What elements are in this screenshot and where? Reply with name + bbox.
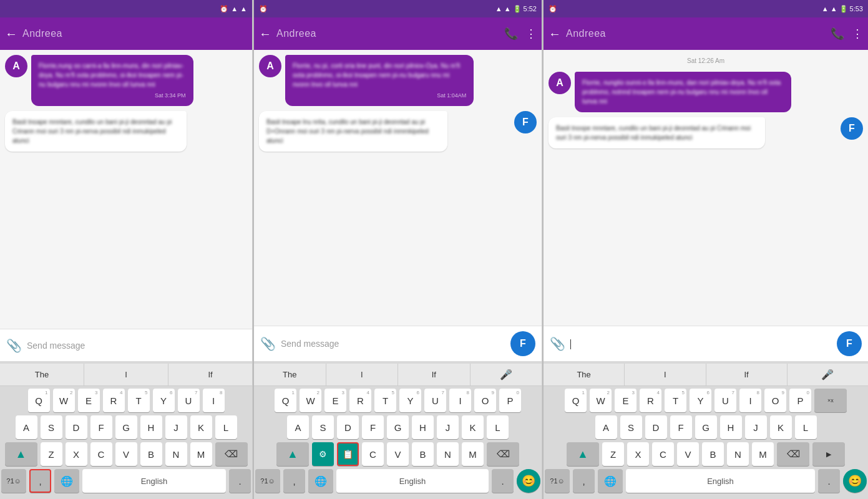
attach-icon-3[interactable]: 📎: [550, 336, 565, 351]
key-h-3[interactable]: H: [720, 415, 742, 439]
key-y-3[interactable]: 6Y: [690, 389, 711, 412]
key-i-2[interactable]: 8I: [449, 389, 471, 412]
back-button-2[interactable]: ←: [259, 27, 271, 41]
key-u-2[interactable]: 7U: [424, 389, 446, 412]
key-w-2[interactable]: 2W: [300, 389, 321, 412]
key-shift-1[interactable]: ▲: [5, 442, 37, 466]
key-m-3[interactable]: M: [752, 442, 774, 466]
key-u-1[interactable]: 7U: [178, 389, 200, 412]
key-k-3[interactable]: K: [770, 415, 792, 439]
key-v-1[interactable]: V: [115, 442, 137, 466]
key-r-3[interactable]: 4R: [640, 389, 661, 412]
key-m-2[interactable]: M: [462, 442, 484, 466]
key-del-3[interactable]: ×x: [814, 389, 847, 412]
key-j-2[interactable]: J: [437, 415, 459, 439]
back-button-1[interactable]: ←: [5, 27, 17, 41]
key-z-3[interactable]: Z: [602, 442, 624, 466]
key-l-1[interactable]: L: [215, 415, 237, 439]
message-input-3[interactable]: [570, 338, 832, 349]
key-r-1[interactable]: 4R: [103, 389, 125, 412]
key-a-2[interactable]: A: [287, 415, 309, 439]
key-space-1[interactable]: English: [82, 469, 226, 493]
key-o-2[interactable]: 9O: [474, 389, 496, 412]
key-emoji-3[interactable]: 😊: [843, 469, 867, 493]
key-v-2[interactable]: V: [387, 442, 409, 466]
key-p-2[interactable]: 0P: [499, 389, 521, 412]
suggestion-i-3[interactable]: I: [625, 364, 706, 385]
key-t-1[interactable]: 5T: [128, 389, 150, 412]
key-f-3[interactable]: F: [670, 415, 692, 439]
key-a-1[interactable]: A: [16, 415, 37, 439]
key-q-1[interactable]: 1Q: [28, 389, 50, 412]
key-s-1[interactable]: S: [41, 415, 62, 439]
suggestion-i-2[interactable]: I: [326, 364, 399, 385]
key-backspace-2[interactable]: ⌫: [487, 442, 519, 466]
key-y-1[interactable]: 6Y: [153, 389, 175, 412]
send-button-3[interactable]: F: [837, 331, 862, 356]
key-backspace-1[interactable]: ⌫: [215, 442, 248, 466]
key-i-3[interactable]: 8I: [739, 389, 761, 412]
key-x-1[interactable]: X: [66, 442, 87, 466]
key-clipboard-2[interactable]: 📋: [337, 442, 359, 466]
key-v-3[interactable]: V: [677, 442, 699, 466]
key-z-1[interactable]: Z: [41, 442, 62, 466]
key-o-3[interactable]: 9O: [764, 389, 786, 412]
message-input-2[interactable]: Send message: [281, 339, 505, 349]
key-backspace-3[interactable]: ⌫: [777, 442, 809, 466]
key-comma-2[interactable]: ,: [283, 469, 305, 493]
suggestion-if-3[interactable]: If: [706, 364, 788, 385]
key-period-3[interactable]: .: [818, 469, 840, 493]
key-k-2[interactable]: K: [462, 415, 484, 439]
key-space-2[interactable]: English: [336, 469, 489, 493]
back-button-3[interactable]: ←: [549, 27, 561, 41]
key-t-2[interactable]: 5T: [374, 389, 396, 412]
suggestion-the-3[interactable]: The: [544, 364, 625, 385]
key-u-3[interactable]: 7U: [714, 389, 736, 412]
key-b-2[interactable]: B: [412, 442, 434, 466]
key-g-2[interactable]: G: [387, 415, 409, 439]
key-comma-3[interactable]: ,: [573, 469, 595, 493]
key-b-1[interactable]: B: [140, 442, 162, 466]
key-sym-1[interactable]: ?1☺: [1, 469, 26, 493]
suggestion-the-2[interactable]: The: [254, 364, 326, 385]
key-shift-2[interactable]: ▲: [276, 442, 309, 466]
key-j-1[interactable]: J: [165, 415, 187, 439]
key-w-1[interactable]: 2W: [53, 389, 75, 412]
key-e-2[interactable]: 3E: [324, 389, 346, 412]
key-l-3[interactable]: L: [795, 415, 817, 439]
key-globe-3[interactable]: 🌐: [598, 469, 623, 493]
key-space-3[interactable]: English: [626, 469, 815, 493]
key-d-2[interactable]: D: [337, 415, 359, 439]
key-b-3[interactable]: B: [702, 442, 724, 466]
key-c-2[interactable]: C: [362, 442, 384, 466]
key-e-3[interactable]: 3E: [615, 389, 636, 412]
key-t-3[interactable]: 5T: [665, 389, 686, 412]
suggestion-if-1[interactable]: If: [168, 364, 252, 385]
suggestion-the-1[interactable]: The: [0, 364, 84, 385]
key-x-3[interactable]: X: [627, 442, 649, 466]
key-r-2[interactable]: 4R: [349, 389, 371, 412]
key-sym-2[interactable]: ?1☺: [255, 469, 280, 493]
key-m-1[interactable]: M: [190, 442, 212, 466]
key-g-3[interactable]: G: [695, 415, 717, 439]
key-n-1[interactable]: N: [165, 442, 187, 466]
key-w-3[interactable]: 2W: [590, 389, 612, 412]
menu-icon-2[interactable]: ⋮: [525, 27, 537, 41]
call-icon-3[interactable]: 📞: [831, 27, 844, 41]
attach-icon-1[interactable]: 📎: [6, 338, 22, 353]
mic-button-2[interactable]: 🎤: [471, 364, 542, 385]
key-d-1[interactable]: D: [66, 415, 87, 439]
key-p-3[interactable]: 0P: [789, 389, 811, 412]
key-c-3[interactable]: C: [652, 442, 674, 466]
send-button-2[interactable]: F: [510, 331, 535, 356]
key-globe-2[interactable]: 🌐: [308, 469, 333, 493]
key-j-3[interactable]: J: [745, 415, 767, 439]
key-h-2[interactable]: H: [412, 415, 434, 439]
key-shift-3[interactable]: ▲: [567, 442, 599, 466]
key-g-1[interactable]: G: [115, 415, 137, 439]
key-emoji-2[interactable]: 😊: [517, 469, 540, 493]
key-f-1[interactable]: F: [90, 415, 112, 439]
suggestion-if-2[interactable]: If: [398, 364, 471, 385]
call-icon-2[interactable]: 📞: [504, 27, 518, 41]
key-sym-3[interactable]: ?1☺: [545, 469, 570, 493]
